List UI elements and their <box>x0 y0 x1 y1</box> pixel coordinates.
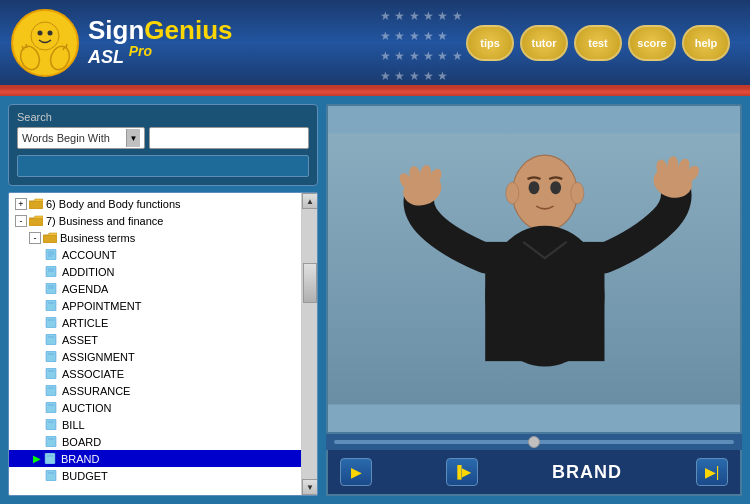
folder-icon-business <box>29 215 43 226</box>
svg-rect-29 <box>46 317 56 328</box>
tree-item-addition[interactable]: ADDITION <box>9 263 301 280</box>
tree-label-article: ARTICLE <box>62 317 108 329</box>
tree-label-board: BOARD <box>62 436 101 448</box>
tree-item-body[interactable]: + 6) Body and Body functions <box>9 195 301 212</box>
search-row: Words Begin With ▼ <box>17 127 309 149</box>
tree-item-business[interactable]: - 7) Business and finance <box>9 212 301 229</box>
svg-rect-35 <box>46 368 56 379</box>
tree-toggle-body[interactable]: + <box>15 198 27 210</box>
tree-label-associate: ASSOCIATE <box>62 368 124 380</box>
svg-rect-21 <box>46 266 56 277</box>
selected-indicator: ▶ <box>33 453 41 464</box>
tree-item-associate[interactable]: ASSOCIATE <box>9 365 301 382</box>
tree-label-assurance: ASSURANCE <box>62 385 130 397</box>
tree-item-asset[interactable]: ASSET <box>9 331 301 348</box>
search-area: Search Words Begin With ▼ <box>8 104 318 186</box>
svg-point-50 <box>512 155 577 231</box>
file-icon-auction <box>45 402 59 413</box>
file-icon-agenda <box>45 283 59 294</box>
video-progress-bar[interactable] <box>326 434 742 450</box>
file-icon-bill <box>45 419 59 430</box>
tree-scrollbar[interactable]: ▲ ▼ <box>301 193 317 495</box>
tree-label-body: 6) Body and Body functions <box>46 198 181 210</box>
video-area <box>326 104 742 434</box>
file-icon-board <box>45 436 59 447</box>
svg-point-64 <box>529 181 540 194</box>
tree-label-asset: ASSET <box>62 334 98 346</box>
help-button[interactable]: help <box>682 25 730 61</box>
tree-item-bill[interactable]: BILL <box>9 416 301 433</box>
tutor-button[interactable]: tutor <box>520 25 568 61</box>
file-icon-assignment <box>45 351 59 362</box>
tree-item-budget[interactable]: BUDGET <box>9 467 301 484</box>
tree-label-business: 7) Business and finance <box>46 215 163 227</box>
progress-thumb[interactable] <box>528 436 540 448</box>
tree-item-business-terms[interactable]: - Business terms <box>9 229 301 246</box>
svg-rect-15 <box>29 218 43 226</box>
svg-line-11 <box>26 44 27 48</box>
svg-line-13 <box>66 44 67 48</box>
main-content: Search Words Begin With ▼ + <box>0 96 750 504</box>
svg-rect-47 <box>46 470 56 481</box>
tree-item-appointment[interactable]: APPOINTMENT <box>9 297 301 314</box>
test-button[interactable]: test <box>574 25 622 61</box>
tree-item-board[interactable]: BOARD <box>9 433 301 450</box>
svg-text:★ ★ ★ ★ ★ ★: ★ ★ ★ ★ ★ ★ <box>380 49 463 63</box>
tree-label-brand: BRAND <box>61 453 100 465</box>
video-controls: ▶ ▐▶ BRAND ▶| <box>326 450 742 496</box>
file-icon-account <box>45 249 59 260</box>
tree-item-agenda[interactable]: AGENDA <box>9 280 301 297</box>
tree-label-account: ACCOUNT <box>62 249 116 261</box>
svg-rect-41 <box>46 419 56 430</box>
file-icon-assurance <box>45 385 59 396</box>
tree-label-appointment: APPOINTMENT <box>62 300 141 312</box>
tree-item-brand[interactable]: ▶ BRAND <box>9 450 301 467</box>
tips-button[interactable]: tips <box>466 25 514 61</box>
svg-rect-37 <box>46 385 56 396</box>
tree-label-bill: BILL <box>62 419 85 431</box>
search-label: Search <box>17 111 309 123</box>
tree-item-article[interactable]: ARTICLE <box>9 314 301 331</box>
tree-item-auction[interactable]: AUCTION <box>9 399 301 416</box>
scrollbar-track[interactable] <box>302 209 317 479</box>
svg-rect-45 <box>45 453 55 464</box>
svg-rect-53 <box>485 242 604 361</box>
tree-label-agenda: AGENDA <box>62 283 108 295</box>
logo-asl: ASL Pro <box>88 43 232 68</box>
svg-rect-14 <box>29 201 43 209</box>
dropdown-arrow-icon: ▼ <box>126 129 140 147</box>
step-forward-button[interactable]: ▐▶ <box>446 458 478 486</box>
tree-toggle-business[interactable]: - <box>15 215 27 227</box>
scrollbar-thumb[interactable] <box>303 263 317 303</box>
scrollbar-up-button[interactable]: ▲ <box>302 193 318 209</box>
tree-item-account[interactable]: ACCOUNT <box>9 246 301 263</box>
tree-item-assurance[interactable]: ASSURANCE <box>9 382 301 399</box>
tree-area: + 6) Body and Body functions - <box>8 192 318 496</box>
score-button[interactable]: score <box>628 25 676 61</box>
svg-rect-24 <box>46 283 56 294</box>
search-input[interactable] <box>149 127 309 149</box>
logo-hands-icon <box>10 8 80 78</box>
tree-content: + 6) Body and Body functions - <box>9 193 301 495</box>
play-button[interactable]: ▶ <box>340 458 372 486</box>
svg-point-67 <box>571 182 584 204</box>
header: ★ ★ ★ ★ ★ ★ ★ ★ ★ ★ ★ ★ ★ ★ ★ ★ ★ ★ ★ ★ … <box>0 0 750 88</box>
svg-rect-33 <box>46 351 56 362</box>
svg-point-66 <box>506 182 519 204</box>
tree-item-assignment[interactable]: ASSIGNMENT <box>9 348 301 365</box>
tree-toggle-business-terms[interactable]: - <box>29 232 41 244</box>
svg-text:★ ★ ★ ★ ★ ★: ★ ★ ★ ★ ★ ★ <box>380 9 463 23</box>
scrollbar-down-button[interactable]: ▼ <box>302 479 318 495</box>
file-icon-associate <box>45 368 59 379</box>
controls-row: ▶ ▐▶ BRAND ▶| <box>328 450 740 494</box>
svg-rect-17 <box>46 249 56 260</box>
search-type-dropdown[interactable]: Words Begin With ▼ <box>17 127 145 149</box>
svg-point-6 <box>38 30 43 35</box>
svg-text:★ ★ ★ ★ ★: ★ ★ ★ ★ ★ <box>380 69 448 83</box>
svg-rect-43 <box>46 436 56 447</box>
skip-end-button[interactable]: ▶| <box>696 458 728 486</box>
right-panel: ▶ ▐▶ BRAND ▶| <box>326 104 742 496</box>
file-icon-appointment <box>45 300 59 311</box>
file-icon-budget <box>45 470 59 481</box>
svg-rect-16 <box>43 235 57 243</box>
